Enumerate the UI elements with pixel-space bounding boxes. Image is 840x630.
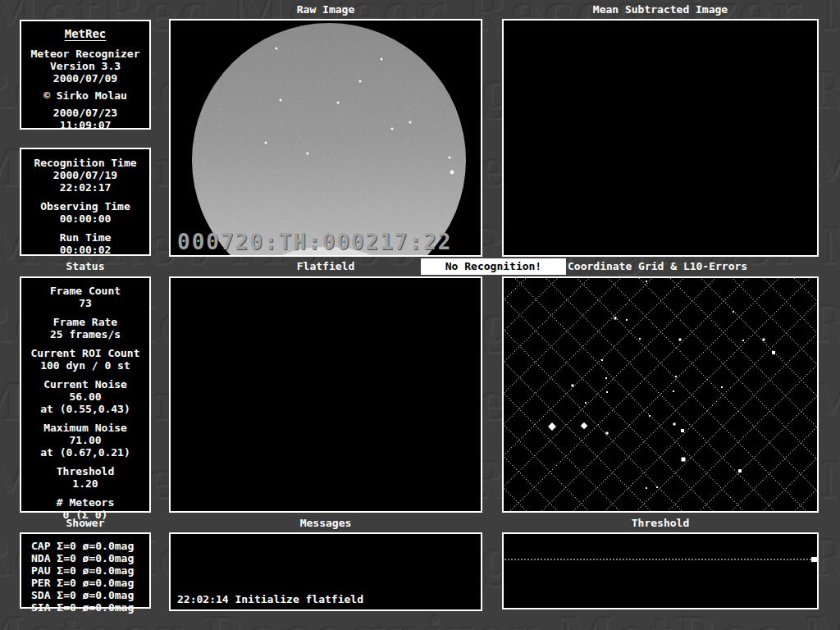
app-title: MetRec [21, 27, 149, 40]
time-panel: Recognition Time 2000/07/19 22:02:17 Obs… [20, 148, 151, 256]
shower-row-nda: NDA Σ=0 ø=0.0mag [31, 552, 149, 564]
shower-row-sia: SIA Σ=0 ø=0.0mag [31, 601, 149, 614]
status-value: 1.20 [21, 477, 149, 490]
messages-title: Messages [169, 517, 482, 530]
app-release-date: 2000/07/09 [21, 72, 149, 84]
status-group-current-noise: Current Noise 56.00 at (0.55,0.43) [21, 378, 149, 415]
no-recognition-banner: No Recognition! [421, 258, 566, 275]
shower-row-per: PER Σ=0 ø=0.0mag [31, 577, 149, 589]
status-extra: at (0.67,0.21) [21, 446, 149, 459]
message-line: 22:02:14 Initialize flatfield [177, 593, 363, 605]
app-copyright: © Sirko Molau [21, 89, 149, 102]
coordinate-grid-panel [502, 276, 819, 513]
raw-image-view [171, 21, 481, 255]
recognition-time-label: Recognition Time [21, 157, 149, 169]
mean-subtracted-view [504, 21, 817, 255]
current-date: 2000/07/23 [21, 107, 149, 119]
shower-row-cap: CAP Σ=0 ø=0.0mag [31, 540, 149, 552]
threshold-chart [504, 534, 817, 608]
recognition-time-group: Recognition Time 2000/07/19 22:02:17 [21, 157, 149, 194]
status-group-threshold: Threshold 1.20 [21, 465, 149, 490]
status-extra: at (0.55,0.43) [21, 403, 149, 415]
mean-subtracted-title: Mean Subtracted Image [502, 3, 819, 16]
threshold-panel [502, 532, 819, 609]
metrec-screen: { "background": { "watermark_text": "Met… [0, 0, 840, 630]
shower-panel: CAP Σ=0 ø=0.0mag NDA Σ=0 ø=0.0mag PAU Σ=… [20, 532, 151, 609]
shower-row-sda: SDA Σ=0 ø=0.0mag [31, 589, 149, 601]
flatfield-panel [169, 276, 482, 513]
coordinate-grid-title: Coordinate Grid & L10-Errors [568, 260, 747, 273]
mean-subtracted-panel [502, 19, 819, 257]
recognition-time-value: 22:02:17 [21, 181, 149, 194]
run-time-label: Run Time [21, 231, 149, 244]
raw-image-title: Raw Image [169, 3, 482, 16]
observing-time-value: 00:00:00 [21, 212, 149, 225]
current-time: 11:09:07 [21, 119, 149, 131]
shower-row-pau: PAU Σ=0 ø=0.0mag [31, 564, 149, 577]
threshold-title: Threshold [502, 517, 819, 530]
app-version: Version 3.3 [21, 60, 149, 72]
run-time-group: Run Time 00:00:02 [21, 231, 149, 256]
observing-time-group: Observing Time 00:00:00 [21, 200, 149, 225]
status-label: Frame Rate [21, 316, 149, 328]
status-value: 100 dyn / 0 st [21, 359, 149, 372]
status-group-frame-count: Frame Count 73 [21, 285, 149, 309]
video-timestamp-overlay: 000720:TH:000217:22 [177, 230, 452, 254]
status-value: 71.00 [21, 434, 149, 446]
threshold-right-tick [811, 557, 817, 562]
shower-title: Shower [20, 517, 151, 530]
status-label: Frame Count [21, 285, 149, 297]
status-title: Status [20, 260, 151, 273]
status-label: Current ROI Count [21, 347, 149, 359]
status-label: Threshold [21, 465, 149, 477]
status-value: 25 frames/s [21, 328, 149, 340]
status-label: Current Noise [21, 378, 149, 390]
noise-field [504, 21, 817, 235]
status-label: # Meteors [21, 496, 149, 509]
status-group-roi-count: Current ROI Count 100 dyn / 0 st [21, 347, 149, 372]
status-label: Maximum Noise [21, 422, 149, 434]
status-group-frame-rate: Frame Rate 25 frames/s [21, 316, 149, 340]
observing-time-label: Observing Time [21, 200, 149, 212]
recognition-date-value: 2000/07/19 [21, 169, 149, 181]
run-time-value: 00:00:02 [21, 244, 149, 256]
status-value: 73 [21, 297, 149, 309]
status-value: 56.00 [21, 390, 149, 403]
app-subtitle: Meteor Recognizer [21, 48, 149, 60]
coordinate-grid-view [504, 278, 817, 511]
raw-image-panel: 000720:TH:000217:22 [169, 19, 482, 257]
app-info-panel: MetRec Meteor Recognizer Version 3.3 200… [20, 20, 151, 130]
messages-panel: 22:02:14 Initialize flatfield [169, 532, 482, 611]
status-panel: Frame Count 73 Frame Rate 25 frames/s Cu… [20, 276, 151, 513]
status-group-maximum-noise: Maximum Noise 71.00 at (0.67,0.21) [21, 422, 149, 459]
